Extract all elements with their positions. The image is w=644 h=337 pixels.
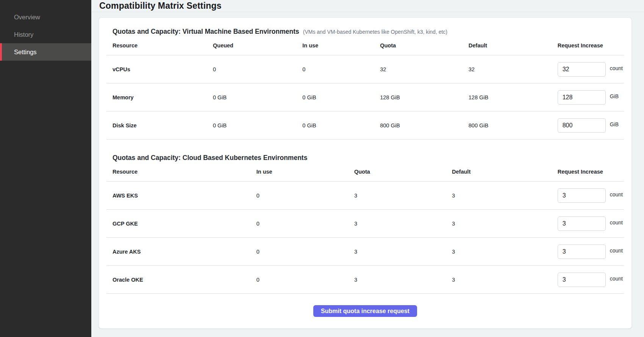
col-resource: Resource [106,169,250,175]
unit-label: count [610,219,623,226]
default-value: 800 GiB [463,122,552,129]
quota-value: 3 [348,277,446,283]
k8s-section-title-row: Quotas and Capacity: Cloud Based Kuberne… [106,154,624,162]
request-increase-cell: count [552,273,624,287]
table-row-gcp-gke: GCP GKE 0 3 3 count [106,210,624,238]
page-title: Compatibility Matrix Settings [99,1,222,11]
unit-label: GiB [610,93,619,99]
queued-value: 0 [207,66,296,72]
oracle-oke-request-input[interactable] [558,273,606,287]
unit-label: count [610,65,623,71]
resource-name: Azure AKS [106,249,250,255]
col-in-use: In use [296,42,374,49]
unit-label: GiB [610,121,619,127]
k8s-table-header: Resource In use Quota Default Request In… [106,162,624,182]
sidebar-item-history[interactable]: History [0,26,91,43]
gcp-gke-request-input[interactable] [558,216,606,231]
col-queued: Queued [207,42,296,49]
page-header: Compatibility Matrix Settings [91,0,644,12]
request-increase-cell: count [552,62,624,77]
resource-name: vCPUs [106,66,207,72]
resource-name: GCP GKE [106,221,250,227]
vm-section-title: Quotas and Capacity: Virtual Machine Bas… [113,28,299,36]
col-resource: Resource [106,42,207,49]
in-use-value: 0 [250,249,348,255]
aws-eks-request-input[interactable] [558,188,606,203]
table-row-disk-size: Disk Size 0 GiB 0 GiB 800 GiB 800 GiB Gi… [106,111,624,140]
in-use-value: 0 [250,277,348,283]
memory-request-input[interactable] [558,90,606,105]
sidebar-item-label: History [14,31,33,38]
quota-value: 3 [348,193,446,199]
vm-section-subtitle: (VMs and VM-based Kubernetes like OpenSh… [303,29,447,35]
default-value: 3 [446,221,552,227]
sidebar-item-label: Settings [14,49,37,56]
main-area: Compatibility Matrix Settings Quotas and… [91,0,644,337]
submit-quota-increase-button[interactable]: Submit quota increase request [313,305,417,317]
resource-name: AWS EKS [106,193,250,199]
col-default: Default [463,42,552,49]
col-default: Default [446,169,552,175]
resource-name: Memory [106,94,207,100]
table-row-azure-aks: Azure AKS 0 3 3 count [106,238,624,266]
in-use-value: 0 GiB [296,94,374,100]
quota-value: 32 [374,66,463,72]
in-use-value: 0 [250,193,348,199]
sidebar-item-label: Overview [14,14,40,21]
request-increase-cell: count [552,245,624,259]
col-quota: Quota [374,42,463,49]
in-use-value: 0 GiB [296,122,374,129]
col-quota: Quota [348,169,446,175]
resource-name: Disk Size [106,122,207,129]
quota-value: 800 GiB [374,122,463,129]
sidebar-item-overview[interactable]: Overview [0,8,91,26]
vm-table-header: Resource Queued In use Quota Default Req… [106,36,624,55]
table-row-vcpus: vCPUs 0 0 32 32 count [106,55,624,83]
quota-value: 128 GiB [374,94,463,100]
default-value: 3 [446,193,552,199]
azure-aks-request-input[interactable] [558,245,606,259]
section-gap [106,140,624,151]
disk-size-request-input[interactable] [558,118,606,133]
quotas-card: Quotas and Capacity: Virtual Machine Bas… [98,17,632,329]
queued-value: 0 GiB [207,122,296,129]
table-row-memory: Memory 0 GiB 0 GiB 128 GiB 128 GiB GiB [106,83,624,111]
content: Quotas and Capacity: Virtual Machine Bas… [91,12,644,337]
default-value: 3 [446,249,552,255]
request-increase-cell: GiB [552,90,624,105]
default-value: 32 [463,66,552,72]
sidebar-item-settings[interactable]: Settings [0,43,91,61]
col-request-increase: Request Increase [552,169,624,175]
vm-section-title-row: Quotas and Capacity: Virtual Machine Bas… [106,28,624,36]
col-in-use: In use [250,169,348,175]
queued-value: 0 GiB [207,94,296,100]
submit-row: Submit quota increase request [106,294,624,322]
vm-quota-table: Resource Queued In use Quota Default Req… [106,36,624,140]
k8s-quota-table: Resource In use Quota Default Request In… [106,162,624,294]
vcpus-request-input[interactable] [558,62,606,77]
unit-label: count [610,276,623,282]
in-use-value: 0 [296,66,374,72]
col-request-increase: Request Increase [552,42,624,49]
quota-value: 3 [348,249,446,255]
sidebar: Overview History Settings [0,0,91,337]
request-increase-cell: count [552,216,624,231]
table-row-aws-eks: AWS EKS 0 3 3 count [106,182,624,210]
resource-name: Oracle OKE [106,277,250,283]
table-row-oracle-oke: Oracle OKE 0 3 3 count [106,266,624,294]
quota-value: 3 [348,221,446,227]
default-value: 128 GiB [463,94,552,100]
in-use-value: 0 [250,221,348,227]
k8s-section-title: Quotas and Capacity: Cloud Based Kuberne… [113,154,307,162]
unit-label: count [610,191,623,197]
unit-label: count [610,248,623,254]
request-increase-cell: count [552,188,624,203]
request-increase-cell: GiB [552,118,624,133]
default-value: 3 [446,277,552,283]
